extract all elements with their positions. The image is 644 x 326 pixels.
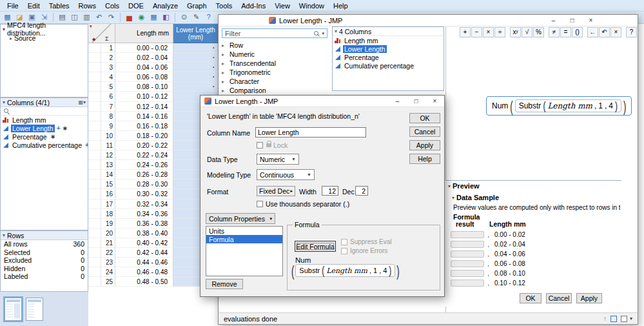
row-number[interactable]: 3 xyxy=(101,63,115,72)
function-group-row[interactable]: ▸Row xyxy=(222,41,327,50)
dialog-help-button[interactable]: Help xyxy=(409,154,440,164)
cell-length-mm[interactable]: 0.30 - 0.32 xyxy=(115,189,173,199)
row-state-cell[interactable] xyxy=(88,277,101,287)
menu-file[interactable]: File xyxy=(3,1,23,10)
row-number[interactable]: 21 xyxy=(101,238,115,248)
formula-ok-button[interactable]: OK xyxy=(520,293,542,303)
dialog-titlebar[interactable]: Lower Length - JMP – □ × xyxy=(200,96,444,107)
rows-panel-header[interactable]: ▾ Rows xyxy=(1,231,88,240)
row-state-icon[interactable]: ◆ xyxy=(92,37,95,42)
menu-view[interactable]: View xyxy=(270,1,295,10)
toolbar-undo-icon[interactable]: ↶ xyxy=(93,12,104,23)
cell-length-mm[interactable]: 0.44 - 0.46 xyxy=(115,258,173,267)
menu-help[interactable]: Help xyxy=(329,1,353,10)
row-state-cell[interactable] xyxy=(88,141,101,150)
columns-search[interactable] xyxy=(1,107,88,116)
row-state-cell[interactable] xyxy=(88,112,101,121)
row-state-cell[interactable] xyxy=(88,150,101,160)
cell-lower-length-missing[interactable]: · xyxy=(173,53,218,63)
row-number[interactable]: 9 xyxy=(101,121,115,131)
checkbox-icon[interactable] xyxy=(257,201,263,207)
summary-sigma-icon[interactable]: Σ xyxy=(105,36,109,42)
formula-tool-not-equal-icon[interactable]: ≠ xyxy=(549,27,560,37)
row-number[interactable]: 2 xyxy=(101,53,115,63)
cell-length-mm[interactable]: 0.12 - 0.14 xyxy=(115,102,173,112)
row-state-cell[interactable] xyxy=(88,72,101,82)
window-state-icon[interactable] xyxy=(621,316,627,322)
row-number[interactable]: 16 xyxy=(101,189,115,199)
chevron-down-icon[interactable]: ▾ xyxy=(322,31,324,36)
cell-length-mm[interactable]: 0.36 - 0.38 xyxy=(115,219,173,229)
row-number[interactable]: 6 xyxy=(101,92,115,101)
formula-inner-function[interactable]: Substr xyxy=(519,101,542,110)
cell-length-mm[interactable]: 0.02 - 0.04 xyxy=(115,53,173,63)
function-group-trigonometric[interactable]: ▸Trigonometric xyxy=(222,68,327,77)
toolbar-redo-icon[interactable]: ↷ xyxy=(106,12,117,23)
toolbar-fit-y-by-x-icon[interactable]: ◉ xyxy=(136,12,147,23)
preview-header[interactable]: ▾ Preview xyxy=(448,182,480,190)
row-state-cell[interactable] xyxy=(88,179,101,189)
thousands-separator-checkbox[interactable]: Use thousands separator (.) xyxy=(257,200,349,208)
formula-column-lower-length[interactable]: Lower Length xyxy=(333,45,444,53)
row-number[interactable]: 19 xyxy=(101,219,115,229)
formula-tool-clear-icon[interactable]: × xyxy=(610,27,621,37)
function-group-transcendental[interactable]: ▸Transcendental xyxy=(222,59,327,68)
menu-tools[interactable]: Tools xyxy=(211,1,237,10)
sidebar-column-length-mm[interactable]: Length mm xyxy=(1,116,88,124)
cell-length-mm[interactable]: 0.28 - 0.30 xyxy=(115,179,173,189)
disclosure-down-icon[interactable]: ▾ xyxy=(3,26,5,32)
row-state-cell[interactable] xyxy=(88,102,101,112)
cell-length-mm[interactable]: 0.04 - 0.06 xyxy=(115,63,173,72)
sidebar-column-cumulative-percentage[interactable]: Cumulative percentage+∗ xyxy=(1,141,88,149)
formula-column-argument[interactable]: Length mm xyxy=(547,101,592,110)
column-header-length-mm[interactable]: Length mm xyxy=(115,24,173,43)
cell-length-mm[interactable]: 0.46 - 0.48 xyxy=(115,267,173,277)
row-state-cell[interactable] xyxy=(88,82,101,92)
row-number[interactable]: 20 xyxy=(101,229,115,238)
row-state-cell[interactable] xyxy=(88,121,101,131)
cell-length-mm[interactable]: 0.48 - 0.50 xyxy=(115,277,173,287)
close-icon[interactable]: × xyxy=(581,15,600,26)
row-state-cell[interactable] xyxy=(88,238,101,248)
cell-length-mm[interactable]: 0.10 - 0.12 xyxy=(115,92,173,101)
disclosure-down-icon[interactable]: ▾ xyxy=(3,232,5,238)
cell-lower-length-missing[interactable]: · xyxy=(173,82,218,92)
columns-panel-header[interactable]: ▾ Columns (4/1) ▦▾ xyxy=(1,98,88,107)
row-state-cell[interactable] xyxy=(88,170,101,179)
row-state-cell[interactable] xyxy=(88,199,101,209)
toolbar-distribution-icon[interactable]: ▅ xyxy=(124,12,135,23)
property-units[interactable]: Units xyxy=(206,227,282,235)
cell-lower-length-missing[interactable]: · xyxy=(173,63,218,72)
lock-checkbox[interactable]: Lock xyxy=(257,141,288,149)
row-state-cell[interactable] xyxy=(88,131,101,141)
formula-columns-header[interactable]: ▾ 4 Columns xyxy=(333,27,444,36)
column-name-input[interactable] xyxy=(255,127,366,138)
row-state-cell[interactable] xyxy=(88,267,101,277)
menu-analyze[interactable]: Analyze xyxy=(148,1,182,10)
formula-cancel-button[interactable]: Cancel xyxy=(546,293,572,303)
cell-length-mm[interactable]: 0.18 - 0.20 xyxy=(115,131,173,141)
row-state-cell[interactable] xyxy=(88,209,101,219)
formula-tool-root-icon[interactable]: √ xyxy=(522,27,532,37)
row-number[interactable]: 11 xyxy=(101,141,115,150)
row-state-cell[interactable] xyxy=(88,219,101,229)
format-select[interactable]: Fixed Dec ▸ xyxy=(257,186,295,196)
menu-cols[interactable]: Cols xyxy=(101,1,124,10)
checkbox-icon[interactable] xyxy=(341,239,347,245)
data-sample-header[interactable]: ▾ Data Sample xyxy=(452,194,499,201)
formula-column-length-mm[interactable]: Length mm xyxy=(333,36,444,45)
status-options-caret-icon[interactable]: ▾ xyxy=(630,316,632,321)
width-input[interactable] xyxy=(322,186,338,196)
row-number[interactable]: 14 xyxy=(101,170,115,179)
scroll-to-top-icon[interactable]: ↑ xyxy=(603,315,607,322)
cell-lower-length-missing[interactable]: · xyxy=(173,43,218,53)
modeling-type-select[interactable]: Continuous ▼ xyxy=(257,169,315,180)
formula-arg-length[interactable]: 4 xyxy=(609,101,613,110)
formula-column-cumulative-percentage[interactable]: Cumulative percentage xyxy=(333,61,444,70)
toolbar-annotate-icon[interactable]: ✎ xyxy=(191,12,202,23)
row-number[interactable]: 17 xyxy=(101,199,115,209)
data-type-select[interactable]: Numeric ▼ xyxy=(257,154,299,165)
row-number[interactable]: 4 xyxy=(101,72,115,82)
menu-window[interactable]: Window xyxy=(295,1,329,10)
row-state-cell[interactable] xyxy=(88,43,101,53)
